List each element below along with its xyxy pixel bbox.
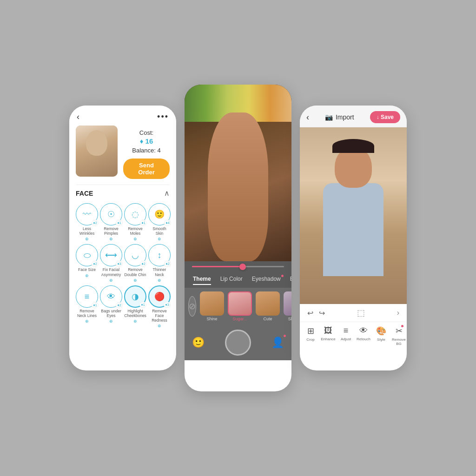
person-button[interactable]: 👤: [271, 337, 284, 349]
remove-bg-label: Remove BG: [390, 337, 407, 346]
new-dot: [281, 275, 284, 277]
redo-button[interactable]: ↪: [319, 309, 325, 317]
feature-circle: ⟷ ♦3: [100, 244, 122, 266]
no-makeup-button[interactable]: ⊘: [188, 296, 196, 317]
list-item[interactable]: ⬭ ♦2 Face Size ⊕: [76, 244, 98, 282]
list-item[interactable]: ≡ ♦1 Remove Neck Lines ⊕: [76, 285, 98, 329]
makeup-thumbnail: [200, 291, 224, 316]
makeup-option-label: Shine: [206, 317, 217, 321]
phone-2: Theme Lip Color Eyeshadow Eyelashes Eyeb…: [185, 85, 291, 391]
person-subject: [321, 146, 386, 304]
makeup-option-label: Shadow: [288, 317, 291, 321]
phone3-header: ‹ 📷 Import ↓ Save: [300, 106, 407, 127]
crop-tool[interactable]: ⊞ Crop: [302, 326, 319, 346]
style-label: Style: [377, 337, 385, 342]
save-button[interactable]: ↓ Save: [370, 111, 400, 123]
adjust-label: Adjust: [341, 337, 351, 341]
face-overlay: [208, 112, 268, 261]
face-section-header: FACE ∧: [76, 185, 170, 200]
list-item[interactable]: ⟷ ♦3 Fix Facial Asymmetry ⊕: [100, 244, 122, 282]
view-toggle-button[interactable]: ⬚: [357, 308, 365, 318]
phone2-image-area: [185, 85, 291, 261]
list-item[interactable]: ◌ ♦1 Remove Moles ⊕: [124, 203, 146, 241]
phone1-back-button[interactable]: ‹: [77, 112, 79, 122]
phone3-image-area: [300, 127, 407, 304]
makeup-thumbnail: [284, 291, 291, 316]
feature-circle: ↕ ♦2: [148, 244, 171, 266]
tab-eyelashes[interactable]: Eyelashes: [285, 274, 291, 284]
collapse-button[interactable]: ›: [397, 309, 399, 317]
makeup-tabs: Theme Lip Color Eyeshadow Eyelashes Eyeb…: [185, 272, 291, 288]
feature-circle: ◌ ♦1: [124, 203, 146, 225]
feature-circle: ◡ ♦2: [124, 244, 146, 266]
list-item[interactable]: Cute: [256, 291, 280, 321]
remove-bg-tool[interactable]: ✂ Remove BG: [390, 326, 407, 346]
retouch-tool[interactable]: 👁 Retouch: [355, 326, 372, 346]
import-label[interactable]: Import: [336, 113, 354, 121]
list-item[interactable]: 🙂 ♦4 Smooth Skin ⊕: [148, 203, 171, 241]
slider-thumb[interactable]: [239, 264, 246, 270]
makeup-thumbnail-selected: [228, 291, 252, 316]
phone1-header: ‹ •••: [69, 106, 176, 126]
phone2-slider-area: [185, 261, 291, 272]
phone1-avatar: [76, 126, 118, 177]
new-feature-dot: [401, 325, 403, 327]
no-makeup-icon: ⊘: [189, 301, 196, 311]
makeup-option-label-selected: Sugar...: [232, 317, 247, 321]
thumb-image: [284, 291, 291, 316]
shutter-button[interactable]: [225, 330, 251, 356]
list-item[interactable]: 🔴 ♦3 Remove Face Redness ⊕: [148, 285, 171, 329]
phone1-order-info: Cost: ♦ 16 Balance: 4 Send Order: [123, 126, 170, 179]
style-tool[interactable]: 🎨 Style: [372, 326, 390, 346]
send-order-button[interactable]: Send Order: [123, 159, 170, 179]
list-item[interactable]: 〰 ♦2 Less Wrinkles ⊕: [76, 203, 98, 241]
tab-theme[interactable]: Theme: [188, 274, 216, 284]
list-item[interactable]: ↕ ♦2 Thinner Neck ⊕: [148, 244, 171, 282]
makeup-option-label: Cute: [263, 317, 272, 321]
phone1-top-section: Cost: ♦ 16 Balance: 4 Send Order: [76, 126, 170, 179]
enhance-icon: 🖼: [324, 326, 332, 335]
emoji-button[interactable]: 🙂: [192, 337, 205, 349]
feature-circle-active: ◑ ♦1: [124, 285, 146, 308]
cost-value: ♦ 16: [140, 137, 153, 145]
list-item[interactable]: 👁 ♦2 Bags under Eyes ⊕: [100, 285, 122, 329]
section-title: FACE: [76, 190, 93, 197]
section-chevron[interactable]: ∧: [164, 189, 170, 198]
list-item[interactable]: ◡ ♦2 Remove Double Chin ⊕: [124, 244, 146, 282]
import-area: 📷 Import: [325, 113, 354, 121]
feature-circle: ⬭ ♦2: [76, 244, 98, 266]
adjust-tool[interactable]: ≡ Adjust: [337, 326, 355, 346]
list-item[interactable]: ◑ ♦1 Highlight Cheekbones ⊕: [124, 285, 146, 329]
enhance-tool[interactable]: 🖼 Enhance: [319, 326, 337, 346]
feature-circle: 🙂 ♦4: [148, 203, 171, 225]
list-item[interactable]: Shine: [200, 291, 224, 321]
phone3-toolbar-row1: ↩ ↪ ⬚ ›: [300, 304, 407, 322]
list-item[interactable]: Sugar...: [228, 291, 252, 321]
feature-circle: ≡ ♦1: [76, 285, 98, 308]
list-item[interactable]: ☉ ♦1 Remove Pimples ⊕: [100, 203, 122, 241]
undo-button[interactable]: ↩: [307, 309, 313, 317]
list-item[interactable]: Shadow: [284, 291, 291, 321]
adjust-icon: ≡: [344, 326, 349, 335]
phone-3: ‹ 📷 Import ↓ Save ↩ ↪ ⬚ ›: [300, 106, 407, 370]
phone1-more-button[interactable]: •••: [157, 112, 169, 122]
notification-dot: [284, 335, 286, 337]
retouch-label: Retouch: [357, 337, 370, 341]
enhance-label: Enhance: [321, 337, 336, 341]
phone-1: ‹ ••• Cost: ♦ 16 Balance: 4 Send Order F…: [69, 106, 176, 370]
remove-bg-icon: ✂: [396, 326, 403, 336]
feature-circle-active: 🔴 ♦3: [148, 285, 171, 308]
makeup-options-row: ⊘ Shine Sugar... Cute: [185, 288, 291, 325]
person-head: [335, 146, 372, 188]
tab-eyeshadow[interactable]: Eyeshadow: [247, 274, 285, 284]
makeup-slider[interactable]: [192, 266, 284, 267]
phone1-content: Cost: ♦ 16 Balance: 4 Send Order FACE ∧ …: [69, 126, 176, 328]
makeup-thumbnail: [256, 291, 280, 316]
crop-icon: ⊞: [307, 326, 314, 336]
tab-lip-color[interactable]: Lip Color: [216, 274, 247, 284]
phone3-back-button[interactable]: ‹: [306, 112, 309, 122]
thumb-image: [229, 292, 251, 315]
cost-label: Cost:: [139, 129, 153, 136]
crop-label: Crop: [306, 337, 314, 342]
avatar-image: [76, 126, 118, 177]
